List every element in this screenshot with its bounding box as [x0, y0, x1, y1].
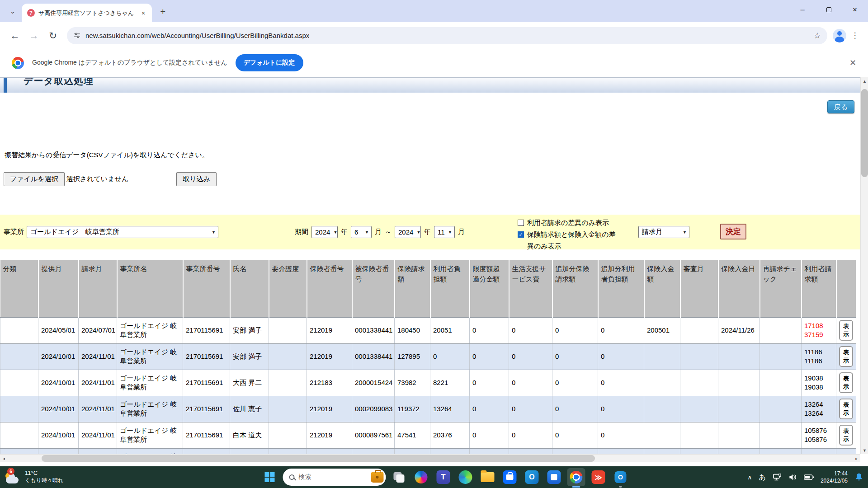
copilot-button[interactable] — [412, 468, 430, 486]
forward-icon[interactable]: → — [25, 27, 42, 44]
user-diff-checkbox[interactable] — [518, 220, 524, 226]
tab-search-chevron-icon[interactable]: ⌄ — [6, 5, 19, 18]
outlook-classic-button[interactable]: O — [611, 468, 629, 486]
show-button[interactable]: 表示 — [839, 320, 853, 341]
chrome-button[interactable] — [567, 468, 585, 486]
insurance-diff-checkbox[interactable]: ✓ — [518, 231, 524, 238]
table-cell: 佐川 恵子 — [230, 396, 269, 422]
show-button[interactable]: 表示 — [839, 346, 853, 367]
weather-temp: 11°C — [25, 469, 63, 477]
table-cell: 0 — [598, 396, 644, 422]
url-text[interactable]: new.satsukichan.com/web/Accounting/UserB… — [85, 32, 309, 39]
taskbar-search[interactable]: 検索 — [283, 469, 386, 486]
window-close-button[interactable]: ✕ — [842, 0, 868, 19]
table-cell: 0001338441 — [352, 343, 395, 370]
scroll-right-icon[interactable]: ▸ — [853, 455, 860, 462]
year-from-select[interactable]: 2024▼ — [311, 226, 338, 238]
billing-month-select[interactable]: 請求月▼ — [638, 226, 689, 238]
table-cell: 0 — [470, 343, 509, 370]
table-cell — [680, 370, 718, 396]
scroll-up-icon[interactable]: ▲ — [861, 77, 868, 85]
speaker-icon[interactable] — [788, 474, 797, 481]
vertical-scrollbar-thumb[interactable] — [861, 89, 868, 177]
page-header-band: データ取込処理 — [0, 77, 860, 93]
month-to-select[interactable]: 11▼ — [434, 226, 455, 238]
window-maximize-button[interactable] — [816, 0, 842, 19]
table-cell: 0 — [470, 317, 509, 343]
ime-indicator[interactable]: あ — [759, 473, 766, 482]
file-explorer-button[interactable] — [478, 468, 496, 486]
table-cell: 2024/11/01 — [79, 448, 117, 454]
browser-tab[interactable]: ? サ高住専用経営ソフトさつきちゃん × — [22, 4, 152, 22]
horizontal-scrollbar-thumb[interactable] — [42, 455, 595, 462]
table-cell: 0 — [470, 422, 509, 448]
vertical-scrollbar[interactable]: ▲ ▼ — [860, 77, 868, 454]
edge-icon — [458, 470, 472, 484]
search-icon — [289, 474, 294, 480]
chevron-down-icon: ▼ — [683, 230, 687, 235]
new-tab-button[interactable]: ＋ — [156, 5, 169, 18]
teams-button[interactable]: T — [434, 468, 452, 486]
table-cell — [0, 343, 38, 370]
taskbar-clock[interactable]: 17:44 2024/12/05 — [821, 470, 848, 484]
year-to-select[interactable]: 2024▼ — [395, 226, 421, 238]
back-icon[interactable]: ← — [6, 27, 24, 44]
start-button[interactable] — [260, 468, 278, 486]
import-button[interactable]: 取り込み — [176, 172, 217, 186]
scroll-left-icon[interactable]: ◂ — [0, 455, 8, 462]
table-cell: ゴールドエイジ 岐阜営業所 — [117, 422, 183, 448]
column-header: 請求月 — [79, 260, 117, 317]
show-button[interactable]: 表示 — [839, 372, 853, 393]
notification-center-button[interactable] — [854, 473, 863, 482]
profile-avatar[interactable] — [833, 29, 846, 42]
window-minimize-button[interactable]: ─ — [789, 0, 816, 19]
table-cell: 20051 — [430, 317, 470, 343]
scroll-down-icon[interactable]: ▼ — [861, 446, 868, 454]
bookmark-star-icon[interactable]: ☆ — [814, 31, 821, 41]
refresh-icon[interactable]: ↻ — [44, 27, 61, 44]
office-select[interactable]: ゴールドエイジ 岐阜営業所▼ — [27, 226, 218, 238]
user-billing-cell: 105876105876 — [802, 422, 836, 448]
table-cell: 212019 — [307, 396, 352, 422]
weather-widget[interactable]: 6 11°C くもり時々晴れ — [5, 469, 63, 485]
back-page-button[interactable]: 戻る — [827, 100, 854, 113]
red-app-icon: ≫ — [591, 470, 605, 484]
app-button[interactable] — [545, 468, 563, 486]
show-button[interactable]: 表示 — [839, 425, 853, 446]
header-accent-bar — [4, 78, 7, 93]
table-cell: 2024/11/01 — [79, 422, 117, 448]
horizontal-scrollbar[interactable]: ◂ ▸ — [0, 454, 860, 462]
outlook-button[interactable]: O — [523, 468, 541, 486]
tab-close-icon[interactable]: × — [139, 9, 147, 17]
table-cell: 2024/11/01 — [79, 343, 117, 370]
network-icon[interactable] — [773, 474, 782, 481]
table-cell: 2024/10/01 — [38, 396, 79, 422]
table-cell: ゴールドエイジ 岐阜営業所 — [117, 370, 183, 396]
tray-chevron-up-icon[interactable]: ∧ — [747, 474, 752, 481]
month-unit: 月 — [458, 228, 465, 236]
store-button[interactable] — [500, 468, 519, 486]
bell-icon — [854, 473, 863, 482]
edge-button[interactable] — [456, 468, 474, 486]
column-header: 事業所名 — [117, 260, 183, 317]
table-cell: 2024/07/01 — [79, 317, 117, 343]
submit-button[interactable]: 決定 — [720, 224, 746, 239]
table-cell — [0, 422, 38, 448]
menu-kebab-icon[interactable]: ⋮ — [848, 29, 862, 42]
battery-icon[interactable] — [804, 474, 814, 480]
column-header: 分類 — [0, 260, 38, 317]
month-from-select[interactable]: 6▼ — [351, 226, 372, 238]
default-browser-infobar: Google Chrome はデフォルトのブラウザとして設定されていません デフ… — [0, 49, 868, 77]
office-label: 事業所 — [4, 228, 24, 236]
task-view-button[interactable] — [390, 468, 408, 486]
red-app-button[interactable]: ≫ — [589, 468, 607, 486]
column-header: 追加分利用者負担額 — [598, 260, 644, 317]
address-bar[interactable]: new.satsukichan.com/web/Accounting/UserB… — [67, 27, 827, 44]
show-button[interactable]: 表示 — [839, 399, 853, 419]
table-cell: 73982 — [395, 370, 430, 396]
column-header: 被保険者番号 — [352, 260, 395, 317]
file-select-button[interactable]: ファイルを選択 — [4, 172, 65, 186]
set-default-button[interactable]: デフォルトに設定 — [236, 54, 303, 71]
infobar-close-icon[interactable]: ✕ — [849, 58, 856, 68]
site-settings-icon[interactable] — [73, 32, 81, 39]
